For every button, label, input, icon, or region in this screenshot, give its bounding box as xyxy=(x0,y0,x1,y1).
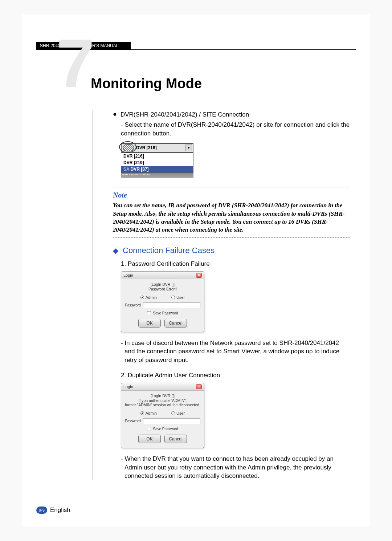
cancel-button[interactable]: Cancel xyxy=(164,319,187,328)
dvr-dropdown-list[interactable]: DVR [216] DVR [219] SA DVR [87] xyxy=(121,152,193,173)
divider xyxy=(113,237,350,238)
radio-label: User xyxy=(176,411,185,415)
radio-user[interactable]: User xyxy=(171,411,185,415)
dvr-dropdown[interactable]: DVR [216] ▼ xyxy=(121,143,193,152)
chapter-number: 7 xyxy=(56,29,95,98)
dialog-title: Login xyxy=(123,273,133,277)
bullet-title: DVR(SHR-2040/2041/2042) / SITE Connectio… xyxy=(121,110,249,119)
dvr-selected: DVR [216] xyxy=(135,145,185,150)
list-item[interactable]: DVR [216] xyxy=(121,153,193,159)
login-dialog: Login ✕ [LogIn DVR []] If you authentica… xyxy=(121,383,204,448)
radio-label: Admin xyxy=(146,295,157,300)
dialog-msg-line: [LogIn DVR []] xyxy=(125,394,200,398)
divider xyxy=(113,187,350,187)
dvr-icon xyxy=(123,144,134,151)
close-icon[interactable]: ✕ xyxy=(196,384,202,389)
note-body: You can set the name, IP, and password o… xyxy=(113,202,350,234)
checkbox-icon[interactable] xyxy=(147,427,151,431)
chapter-title: Monitoring Mode xyxy=(91,76,202,91)
watermark-text: SA xyxy=(123,167,129,172)
radio-label: User xyxy=(176,295,185,300)
dialog-msg-line: [LogIn DVR []] xyxy=(125,282,200,287)
radio-admin[interactable]: Admin xyxy=(140,411,157,415)
radio-icon xyxy=(140,296,144,299)
radio-icon xyxy=(171,411,175,415)
footer-language: English xyxy=(50,507,70,514)
radio-label: Admin xyxy=(146,411,157,415)
bullet-subtext: - Select the name of DVR(SHR-2040/2041/2… xyxy=(121,121,350,138)
radio-icon xyxy=(171,296,175,299)
dialog-msg-line: Password Error!! xyxy=(125,287,200,292)
list-item[interactable]: DVR [219] xyxy=(121,159,193,166)
dialog-msg-line: If you authenticate "ADMIN", xyxy=(125,398,200,403)
chevron-down-icon[interactable]: ▼ xyxy=(185,145,192,151)
close-icon[interactable]: ✕ xyxy=(196,273,202,278)
case1-description: - In case of discord between the Network… xyxy=(121,339,350,365)
dialog-msg-line: former "ADMIN" session will be diconnect… xyxy=(125,403,200,407)
password-label: Password xyxy=(125,303,141,307)
checkbox-icon[interactable] xyxy=(147,311,151,315)
case1-title: 1. Password Certification Failure xyxy=(121,260,350,268)
ok-button[interactable]: OK xyxy=(138,435,161,443)
case2-description: - When the DVR that you want to connect … xyxy=(121,455,350,480)
login-dialog: Login ✕ [LogIn DVR []] Password Error!! … xyxy=(121,271,204,332)
note-heading: Note xyxy=(113,191,350,199)
page-number-badge: 9-9 xyxy=(36,507,47,514)
save-password-label: Save Password xyxy=(153,427,178,431)
password-input[interactable] xyxy=(143,302,200,308)
radio-admin[interactable]: Admin xyxy=(140,295,157,300)
case2-title: 2. Duplicate Admin User Connection xyxy=(121,372,350,379)
ok-button[interactable]: OK xyxy=(138,319,161,328)
password-input[interactable] xyxy=(143,418,200,424)
save-password-label: Save Password xyxy=(153,311,178,315)
dialog-title: Login xyxy=(123,385,133,389)
list-item-label: DVR [87] xyxy=(131,167,149,172)
cancel-button[interactable]: Cancel xyxy=(164,435,187,443)
dvr-dropdown-figure: DVR [216] ▼ DVR [216] DVR [219] SA DVR [… xyxy=(121,143,193,178)
bullet-icon: ● xyxy=(113,110,117,119)
section-title: Connection Failure Cases xyxy=(123,246,215,255)
list-item[interactable]: SA DVR [87] xyxy=(121,166,193,172)
password-label: Password xyxy=(125,419,141,423)
radio-user[interactable]: User xyxy=(171,295,185,300)
figure-strip: eve ryone invited xyxy=(121,173,193,178)
radio-icon xyxy=(140,411,144,415)
diamond-icon: ◆ xyxy=(113,246,118,255)
